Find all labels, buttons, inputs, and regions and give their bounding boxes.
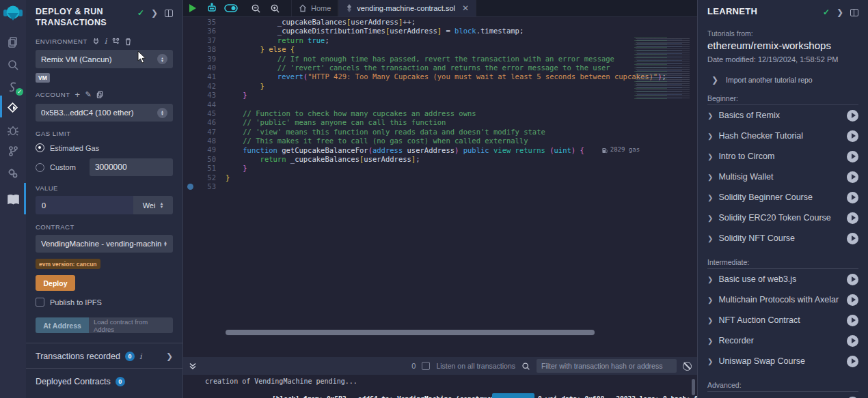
close-tab-icon[interactable]: ✕	[462, 3, 469, 13]
start-tutorial-play-button[interactable]	[847, 274, 858, 285]
start-tutorial-play-button[interactable]	[847, 233, 858, 244]
run-script-button[interactable]	[183, 0, 202, 16]
publish-ipfs-checkbox[interactable]	[36, 298, 44, 307]
ai-copilot-icon[interactable]	[202, 0, 221, 16]
gutter[interactable]: 38	[183, 45, 226, 54]
gutter[interactable]: 52	[183, 173, 226, 182]
tutorial-item[interactable]: ❯Uniswap Swap Course	[707, 351, 858, 371]
gutter[interactable]: 45	[183, 109, 226, 118]
editor-hscrollbar[interactable]	[226, 330, 595, 335]
zoom-out-icon[interactable]	[246, 0, 265, 16]
tutorial-item[interactable]: ❯Basics of Remix	[707, 105, 858, 126]
start-tutorial-play-button[interactable]	[847, 192, 858, 203]
transactions-recorded-header[interactable]: Transactions recorded 0 i ❯	[36, 343, 173, 368]
deploy-button[interactable]: Deploy	[36, 275, 75, 291]
gutter[interactable]: 41	[183, 72, 226, 81]
learneth-expand-icon[interactable]: ❯	[837, 8, 843, 17]
start-tutorial-play-button[interactable]	[847, 294, 858, 306]
start-tutorial-play-button[interactable]	[847, 110, 858, 122]
terminal-filter-input[interactable]: Filter with transaction hash or address	[537, 359, 677, 373]
terminal-vscrollbar[interactable]	[692, 379, 695, 395]
start-tutorial-play-button[interactable]	[847, 171, 858, 183]
collapse-terminal-icon[interactable]	[189, 362, 197, 370]
value-input[interactable]: 0	[36, 196, 133, 214]
gutter[interactable]: 47	[183, 128, 226, 137]
tutorial-item[interactable]: ❯Solidity ERC20 Token Course	[707, 208, 858, 228]
account-select[interactable]: 0x5B3...eddC4 (100 ether) ▲▼	[36, 104, 173, 122]
start-tutorial-play-button[interactable]	[847, 130, 858, 142]
estimated-gas-radio[interactable]	[36, 143, 44, 152]
pin-panel-icon[interactable]	[165, 10, 173, 17]
at-address-button[interactable]: At Address	[36, 317, 89, 333]
chevron-right-icon: ❯	[707, 337, 713, 345]
gutter[interactable]: 53	[183, 182, 226, 191]
add-account-icon[interactable]: +	[74, 89, 80, 100]
import-tutorial-repo[interactable]: ❯ Import another tutorial repo	[707, 75, 858, 85]
tutorial-item[interactable]: ❯NFT Auction Contract	[707, 310, 858, 330]
zoom-in-icon[interactable]	[265, 0, 284, 16]
tutorial-item[interactable]: ❯Basic use of web3.js	[707, 269, 858, 289]
editor-minimap[interactable]	[630, 37, 690, 100]
listen-transactions-checkbox[interactable]	[422, 362, 430, 370]
transactions-expand-icon[interactable]: ❯	[166, 352, 173, 361]
learneth-book-icon[interactable]	[0, 190, 26, 208]
custom-gas-radio[interactable]	[36, 163, 44, 172]
at-address-input[interactable]: Load contract from Addres	[89, 317, 173, 333]
tab-home[interactable]: Home	[291, 0, 338, 16]
remix-logo[interactable]	[3, 3, 23, 24]
clear-console-icon[interactable]	[683, 362, 692, 371]
delete-states-icon[interactable]	[124, 38, 132, 46]
sign-message-icon[interactable]: ✎	[85, 90, 92, 99]
terminal-search-icon[interactable]	[521, 362, 530, 371]
tutorial-item[interactable]: ❯Solidity NFT Course	[707, 228, 858, 248]
debug-button[interactable]	[492, 393, 534, 398]
transactions-info-icon[interactable]: i	[139, 352, 142, 361]
start-tutorial-play-button[interactable]	[847, 315, 858, 326]
git-branch-icon[interactable]	[0, 142, 26, 160]
gutter[interactable]: 43	[183, 91, 226, 100]
value-unit-select[interactable]: Wei ▲▼	[133, 196, 173, 214]
gutter[interactable]: 37	[183, 36, 226, 45]
gutter[interactable]: 44	[183, 100, 226, 109]
gutter[interactable]: 50	[183, 155, 226, 164]
copy-account-icon[interactable]	[96, 91, 104, 98]
start-tutorial-play-button[interactable]	[847, 335, 858, 347]
custom-gas-input[interactable]: 3000000	[90, 158, 173, 176]
tutorial-item[interactable]: ❯Intro to Circom	[707, 146, 858, 167]
gutter[interactable]: 48	[183, 137, 226, 145]
tutorial-item[interactable]: ❯All about Proxy Contracts	[707, 392, 858, 398]
copilot-toggle-icon[interactable]	[221, 0, 241, 16]
gutter[interactable]: 39	[183, 55, 226, 63]
tutorial-item[interactable]: ❯Multisig Wallet	[707, 167, 858, 187]
solidity-compiler-icon[interactable]: ✓	[0, 79, 26, 96]
gutter[interactable]: 42	[183, 82, 226, 91]
plug-icon[interactable]	[92, 38, 100, 45]
tutorial-item[interactable]: ❯Hash Checker Tutorial	[707, 126, 858, 146]
gutter[interactable]: 46	[183, 118, 226, 127]
file-explorer-icon[interactable]	[0, 33, 26, 51]
tab-vending-machine-contract[interactable]: vending-machine-contract.sol ✕	[338, 0, 476, 16]
start-tutorial-play-button[interactable]	[847, 151, 858, 162]
start-tutorial-play-button[interactable]	[847, 356, 858, 367]
gutter[interactable]: 51	[183, 164, 226, 173]
gutter[interactable]: 49	[183, 145, 226, 154]
debugger-icon[interactable]	[0, 122, 26, 139]
fork-state-icon[interactable]	[112, 38, 120, 45]
gutter[interactable]: 36	[183, 27, 226, 35]
search-icon[interactable]	[0, 56, 26, 74]
code-editor[interactable]: 35 _cupcakeBalances[userAddress]++;36 _c…	[183, 18, 697, 345]
deploy-run-icon[interactable]	[0, 99, 26, 117]
gutter[interactable]: 35	[183, 18, 226, 27]
code-line: 48 // This makes it free to call (no gas…	[183, 137, 697, 145]
start-tutorial-play-button[interactable]	[847, 212, 858, 224]
gutter[interactable]: 40	[183, 63, 226, 72]
environment-info-icon[interactable]: i	[105, 37, 107, 46]
environment-select[interactable]: Remix VM (Cancun) ▲▼	[36, 50, 173, 68]
plugin-manager-icon[interactable]	[0, 165, 26, 182]
contract-select[interactable]: VendingMachine - vending-machin ▲▼	[36, 235, 173, 253]
tutorial-item[interactable]: ❯Multichain Protocols with Axelar	[707, 289, 858, 310]
tutorial-item[interactable]: ❯Recorder	[707, 330, 858, 351]
learneth-pin-icon[interactable]	[850, 9, 858, 16]
tutorial-item[interactable]: ❯Solidity Beginner Course	[707, 187, 858, 208]
expand-panel-icon[interactable]: ❯	[151, 8, 158, 18]
